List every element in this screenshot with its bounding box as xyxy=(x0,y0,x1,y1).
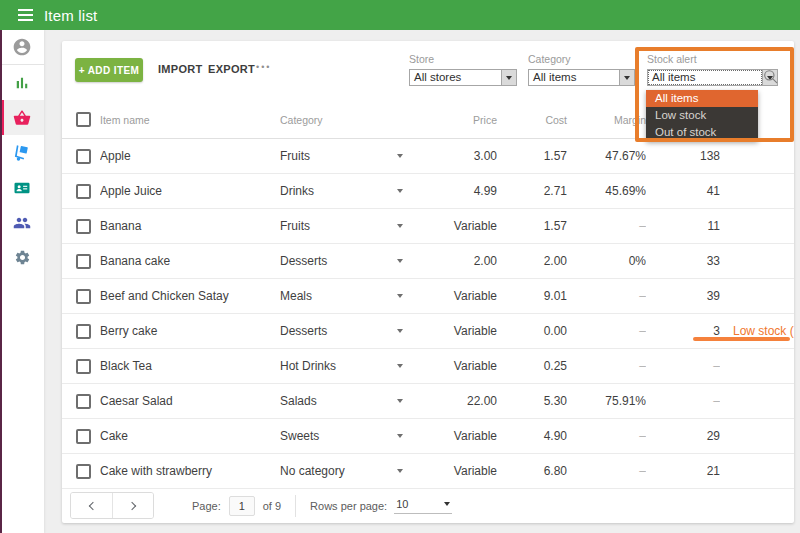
export-button[interactable]: EXPORT xyxy=(208,63,255,75)
table-row[interactable]: Apple Juice Drinks 4.99 2.71 45.69% 41 xyxy=(62,174,794,209)
row-expand-button[interactable] xyxy=(390,294,410,298)
row-checkbox[interactable] xyxy=(76,394,91,409)
cost-cell: 1.57 xyxy=(497,219,567,233)
item-name-cell: Apple xyxy=(100,149,280,163)
stock-alert-option[interactable]: Low stock xyxy=(646,107,758,124)
row-checkbox[interactable] xyxy=(76,219,91,234)
price-cell: Variable xyxy=(410,464,497,478)
more-options-button[interactable]: ••• xyxy=(256,62,271,72)
margin-cell: – xyxy=(567,429,646,443)
price-cell: Variable xyxy=(410,324,497,338)
chevron-down-icon[interactable] xyxy=(501,70,516,85)
account-icon xyxy=(12,37,32,57)
chevron-down-icon xyxy=(397,329,403,333)
margin-cell: 75.91% xyxy=(567,394,646,408)
page-number-input[interactable] xyxy=(229,496,255,516)
category-cell: Meals xyxy=(280,289,390,303)
chevron-down-icon[interactable] xyxy=(619,70,634,85)
row-checkbox[interactable] xyxy=(76,254,91,269)
select-all-checkbox[interactable] xyxy=(76,112,91,127)
category-select[interactable]: All items xyxy=(528,69,635,86)
item-name-cell: Apple Juice xyxy=(100,184,280,198)
item-name-cell: Beef and Chicken Satay xyxy=(100,289,280,303)
page-title: Item list xyxy=(44,7,97,24)
stock-alert-filter-label: Stock alert xyxy=(647,53,778,65)
cost-cell: 2.00 xyxy=(497,254,567,268)
sidebar-item-employees[interactable] xyxy=(0,205,44,240)
table-row[interactable]: Banana cake Desserts 2.00 2.00 0% 33 xyxy=(62,244,794,279)
rows-per-page-label: Rows per page: xyxy=(310,500,387,512)
cost-cell: 4.90 xyxy=(497,429,567,443)
cost-cell: 0.25 xyxy=(497,359,567,373)
row-expand-button[interactable] xyxy=(390,154,410,158)
stock-alert-filter: Stock alert All items xyxy=(647,53,778,86)
price-cell: Variable xyxy=(410,359,497,373)
category-cell: Sweets xyxy=(280,429,390,443)
margin-cell: 47.67% xyxy=(567,149,646,163)
import-button[interactable]: IMPORT xyxy=(158,63,203,75)
stock-cell: 29 xyxy=(646,429,720,443)
table-row[interactable]: Berry cake Desserts Variable 0.00 – 3 Lo… xyxy=(62,314,794,349)
row-expand-button[interactable] xyxy=(390,364,410,368)
search-icon xyxy=(762,68,779,85)
chevron-down-icon xyxy=(397,189,403,193)
rows-per-page-select[interactable]: 10 xyxy=(394,498,452,514)
chevron-down-icon xyxy=(397,259,403,263)
row-expand-button[interactable] xyxy=(390,224,410,228)
stock-cell: 41 xyxy=(646,184,720,198)
table-row[interactable]: Apple Fruits 3.00 1.57 47.67% 138 xyxy=(62,139,794,174)
category-cell: Fruits xyxy=(280,149,390,163)
stock-cell: 21 xyxy=(646,464,720,478)
margin-cell: – xyxy=(567,464,646,478)
row-expand-button[interactable] xyxy=(390,399,410,403)
sidebar-item-items[interactable] xyxy=(0,100,44,135)
row-checkbox[interactable] xyxy=(76,289,91,304)
table-row[interactable]: Beef and Chicken Satay Meals Variable 9.… xyxy=(62,279,794,314)
row-checkbox[interactable] xyxy=(76,149,91,164)
table-row[interactable]: Caesar Salad Salads 22.00 5.30 75.91% – xyxy=(62,384,794,419)
stock-cell: 39 xyxy=(646,289,720,303)
row-expand-button[interactable] xyxy=(390,434,410,438)
stock-alert-dropdown: All itemsLow stockOut of stock xyxy=(646,90,758,141)
window-edge-line xyxy=(0,30,2,533)
table-row[interactable]: Cake Sweets Variable 4.90 – 29 xyxy=(62,419,794,454)
stock-alert-select[interactable]: All items xyxy=(647,69,778,86)
row-expand-button[interactable] xyxy=(390,259,410,263)
row-expand-button[interactable] xyxy=(390,469,410,473)
store-select-value: All stores xyxy=(410,70,501,85)
page-count-label: of 9 xyxy=(263,500,281,512)
add-item-button[interactable]: + ADD ITEM xyxy=(75,58,143,82)
row-checkbox[interactable] xyxy=(76,464,91,479)
table-row[interactable]: Black Tea Hot Drinks Variable 0.25 – – xyxy=(62,349,794,384)
sidebar-item-customers[interactable] xyxy=(0,170,44,205)
store-select[interactable]: All stores xyxy=(409,69,517,86)
hamburger-menu-icon[interactable] xyxy=(10,0,40,30)
margin-cell: 45.69% xyxy=(567,184,646,198)
stock-alert-option[interactable]: Out of stock xyxy=(646,124,758,141)
next-page-button[interactable] xyxy=(112,493,153,518)
pagination-buttons xyxy=(70,492,154,519)
sidebar-item-reports[interactable] xyxy=(0,65,44,100)
search-button[interactable] xyxy=(762,68,779,85)
chevron-down-icon xyxy=(397,469,403,473)
sidebar-item-account[interactable] xyxy=(0,30,44,65)
row-checkbox[interactable] xyxy=(76,359,91,374)
previous-page-button[interactable] xyxy=(71,493,112,518)
cost-cell: 2.71 xyxy=(497,184,567,198)
row-expand-button[interactable] xyxy=(390,189,410,193)
category-cell: Desserts xyxy=(280,254,390,268)
chevron-down-icon xyxy=(397,364,403,368)
chevron-right-icon xyxy=(128,501,136,509)
row-checkbox[interactable] xyxy=(76,324,91,339)
row-expand-button[interactable] xyxy=(390,329,410,333)
category-cell: Drinks xyxy=(280,184,390,198)
row-checkbox[interactable] xyxy=(76,429,91,444)
row-checkbox[interactable] xyxy=(76,184,91,199)
table-row[interactable]: Banana Fruits Variable 1.57 – 11 xyxy=(62,209,794,244)
table-row[interactable]: Cake with strawberry No category Variabl… xyxy=(62,454,794,489)
sidebar-item-settings[interactable] xyxy=(0,240,44,275)
category-cell: Desserts xyxy=(280,324,390,338)
stock-alert-option[interactable]: All items xyxy=(646,90,758,107)
sidebar-item-inventory[interactable] xyxy=(0,135,44,170)
stock-cell: – xyxy=(646,359,720,373)
